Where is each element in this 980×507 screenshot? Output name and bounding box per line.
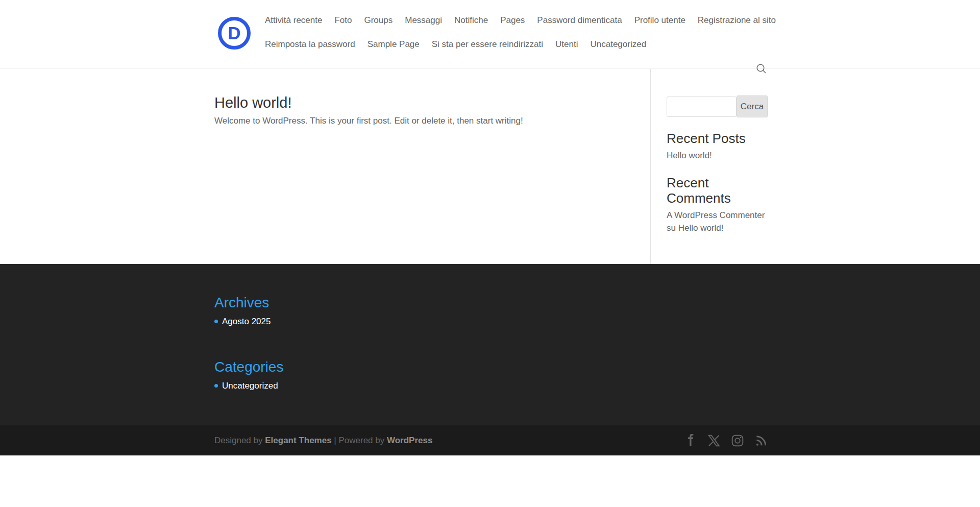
recent-posts-title: Recent Posts (667, 131, 768, 146)
nav-item-utenti[interactable]: Utenti (555, 39, 578, 49)
post-excerpt: Welcome to WordPress. This is your first… (214, 115, 612, 127)
archive-link[interactable]: Agosto 2025 (214, 316, 766, 328)
footer-widget-categories: Categories Uncategorized (214, 358, 766, 392)
footer-widgets: Archives Agosto 2025 Categories Uncatego… (214, 294, 766, 392)
post-article: Hello world! Welcome to WordPress. This … (214, 93, 612, 127)
nav-item-si-sta-per-essere-reindirizzati[interactable]: Si sta per essere reindirizzati (432, 39, 543, 49)
categories-title[interactable]: Categories (214, 358, 766, 376)
site-header: D Attività recente Foto Groups Messaggi … (0, 0, 980, 68)
main-nav-row-2: Reimposta la password Sample Page Si sta… (265, 39, 646, 49)
footer-bottom-bar: Designed by Elegant Themes | Powered by … (0, 425, 980, 455)
footer-credits: Designed by Elegant Themes | Powered by … (214, 425, 432, 455)
categories-list: Uncategorized (214, 380, 766, 392)
main-content-area: Hello world! Welcome to WordPress. This … (0, 69, 980, 264)
nav-item-groups[interactable]: Groups (364, 15, 393, 25)
sidebar: Cerca Recent Posts Hello world! Recent C… (667, 95, 768, 234)
nav-item-reimposta-la-password[interactable]: Reimposta la password (265, 39, 355, 49)
nav-item-pages[interactable]: Pages (500, 15, 525, 25)
recent-post-link[interactable]: Hello world! (667, 149, 768, 162)
search-submit-button[interactable]: Cerca (737, 95, 768, 117)
search-input[interactable] (667, 96, 737, 117)
archive-link-label: Agosto 2025 (222, 317, 271, 326)
category-link-label: Uncategorized (222, 381, 278, 391)
sidebar-divider (650, 69, 651, 264)
social-links (684, 425, 768, 455)
rss-icon[interactable] (754, 434, 768, 447)
nav-item-sample-page[interactable]: Sample Page (368, 39, 420, 49)
search-icon[interactable] (755, 63, 768, 75)
site-footer: Archives Agosto 2025 Categories Uncatego… (0, 264, 980, 425)
archives-list: Agosto 2025 (214, 316, 766, 328)
recent-comment-link[interactable]: A WordPress Commenter su Hello world! (667, 209, 768, 234)
nav-item-attivita-recente[interactable]: Attività recente (265, 15, 322, 25)
wordpress-link[interactable]: WordPress (387, 436, 432, 445)
recent-comments-title: Recent Comments (667, 175, 768, 206)
category-link[interactable]: Uncategorized (214, 380, 766, 392)
nav-item-registrazione-al-sito[interactable]: Registrazione al sito (698, 15, 776, 25)
post-title-link[interactable]: Hello world! (214, 93, 612, 112)
nav-item-profilo-utente[interactable]: Profilo utente (634, 15, 685, 25)
credit-prefix: Designed by (214, 436, 265, 445)
recent-comments-list: A WordPress Commenter su Hello world! (667, 209, 768, 234)
recent-posts-list: Hello world! (667, 149, 768, 162)
nav-item-foto[interactable]: Foto (334, 15, 352, 25)
nav-item-password-dimenticata[interactable]: Password dimenticata (537, 15, 622, 25)
nav-item-notifiche[interactable]: Notifiche (454, 15, 488, 25)
facebook-icon[interactable] (684, 434, 697, 447)
instagram-icon[interactable] (731, 434, 744, 447)
bullet-dot (214, 320, 218, 323)
logo-letter: D (228, 23, 240, 43)
nav-item-uncategorized[interactable]: Uncategorized (590, 39, 646, 49)
divi-logo-icon: D (217, 16, 251, 50)
main-nav-row-1: Attività recente Foto Groups Messaggi No… (265, 15, 776, 25)
elegant-themes-link[interactable]: Elegant Themes (265, 436, 331, 445)
footer-widget-archives: Archives Agosto 2025 (214, 294, 766, 328)
site-logo[interactable]: D (217, 16, 251, 50)
sidebar-search-form: Cerca (667, 95, 768, 117)
x-twitter-icon[interactable] (707, 434, 721, 447)
archives-title[interactable]: Archives (214, 294, 766, 311)
bullet-dot (214, 384, 218, 388)
credit-middle: | Powered by (332, 436, 387, 445)
nav-item-messaggi[interactable]: Messaggi (405, 15, 442, 25)
